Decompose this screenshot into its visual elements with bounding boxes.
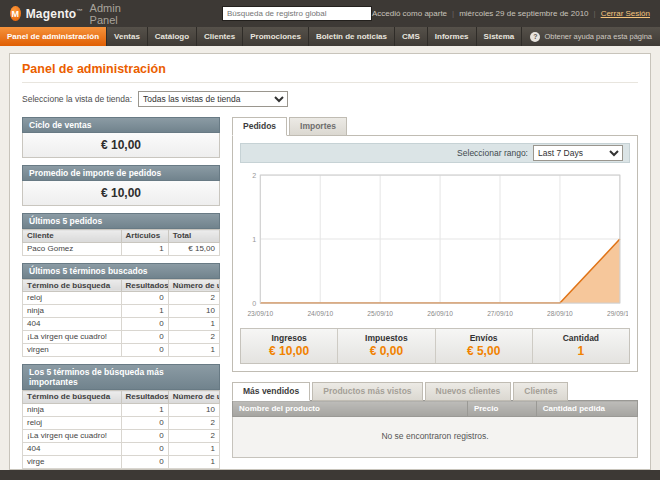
table-cell: 1 — [168, 455, 219, 468]
svg-text:29/09/10: 29/09/10 — [607, 310, 628, 317]
range-strip: Seleccionar rango: Last 7 Days — [240, 143, 630, 163]
global-search-input[interactable] — [222, 6, 372, 21]
table-cell: 0 — [121, 416, 168, 429]
nav-item-informes[interactable]: Informes — [428, 27, 477, 46]
nav-item-boletin-de-noticias[interactable]: Boletín de noticias — [309, 27, 395, 46]
svg-text:25/09/10: 25/09/10 — [367, 310, 393, 317]
svg-text:28/09/10: 28/09/10 — [547, 310, 573, 317]
table-cell: virgen — [23, 344, 122, 357]
nav-item-clientes[interactable]: Clientes — [197, 27, 243, 46]
page-title: Panel de administración — [22, 62, 638, 83]
last-search-terms-table: Término de búsquedaResultadosNúmero de u… — [22, 279, 220, 358]
grid-empty-message: No se encontraron registros. — [232, 417, 638, 458]
nav-item-ventas[interactable]: Ventas — [107, 27, 148, 46]
stat-label: Ingresos — [241, 333, 337, 343]
store-view-switcher: Seleccione la vista de tienda: Todas las… — [22, 91, 638, 107]
column-header: Número de usos — [168, 391, 219, 404]
stat-envios: Envíos€ 5,00 — [435, 329, 532, 363]
table-cell: 0 — [121, 318, 168, 331]
range-label: Seleccionar rango: — [457, 148, 528, 158]
tab-nuevos-clientes[interactable]: Nuevos clientes — [425, 382, 512, 401]
lifetime-sales-value: € 10,00 — [22, 133, 220, 158]
logout-link[interactable]: Cerrar Sesión — [601, 9, 650, 18]
stat-label: Cantidad — [533, 333, 629, 343]
tab-productos-mas-vistos[interactable]: Productos más vistos — [312, 382, 422, 401]
stat-value: € 5,00 — [436, 344, 532, 358]
column-header: Artículos — [121, 230, 168, 243]
card-title: Los 5 términos de búsqueda más important… — [22, 364, 220, 390]
svg-text:27/09/10: 27/09/10 — [487, 310, 513, 317]
table-cell: 1 — [168, 318, 219, 331]
range-select[interactable]: Last 7 Days — [533, 145, 623, 161]
column-header: Término de búsqueda — [23, 279, 122, 292]
average-orders-card: Promedio de importe de pedidos € 10,00 — [22, 165, 220, 206]
dashboard-columns: Ciclo de ventas € 10,00 Promedio de impo… — [22, 117, 638, 470]
table-cell: ninja — [23, 305, 122, 318]
nav-item-sistema[interactable]: Sistema — [477, 27, 523, 46]
average-orders-value: € 10,00 — [22, 181, 220, 206]
tab-clientes[interactable]: Clientes — [513, 382, 568, 401]
table-row: ¡La virgen que cuadro!02 — [23, 331, 220, 344]
store-view-select[interactable]: Todas las vistas de tienda — [138, 91, 288, 107]
stat-value: 1 — [533, 344, 629, 358]
magento-logo-icon: M — [10, 6, 21, 21]
table-row: ninja110 — [23, 305, 220, 318]
column-header: Resultados — [121, 279, 168, 292]
svg-text:24/09/10: 24/09/10 — [307, 310, 333, 317]
table-cell: 2 — [168, 331, 219, 344]
top-search-terms-table: Término de búsquedaResultadosNúmero de u… — [22, 390, 220, 469]
table-row: 40401 — [23, 442, 220, 455]
tab-mas-vendidos[interactable]: Más vendidos — [232, 382, 310, 401]
page-help-link[interactable]: ? Obtener ayuda para esta página — [522, 27, 660, 46]
nav-item-promociones[interactable]: Promociones — [243, 27, 309, 46]
table-cell: ninja — [23, 403, 122, 416]
top-header: M Magento™ Admin Panel Accedió como apar… — [0, 0, 660, 27]
table-cell: reloj — [23, 292, 122, 305]
page-background: Panel de administración Seleccione la vi… — [0, 46, 660, 470]
stat-label: Impuestos — [338, 333, 434, 343]
dashboard-sidebar: Ciclo de ventas € 10,00 Promedio de impo… — [22, 117, 220, 470]
table-row: reloj02 — [23, 292, 220, 305]
table-cell: 0 — [121, 442, 168, 455]
stat-cantidad: Cantidad1 — [532, 329, 629, 363]
card-title: Promedio de importe de pedidos — [22, 165, 220, 181]
table-header-row: Término de búsquedaResultadosNúmero de u… — [23, 391, 220, 404]
table-header-row: ClienteArtículosTotal — [23, 230, 220, 243]
last-orders-table: ClienteArtículosTotal Paco Gomez1€ 15,00 — [22, 229, 220, 256]
nav-item-catalogo[interactable]: Catálogo — [148, 27, 197, 46]
table-row: 40401 — [23, 318, 220, 331]
orders-chart-wrap: 01223/09/1024/09/1025/09/1026/09/1027/09… — [240, 163, 630, 321]
nav-item-panel-de-administracion[interactable]: Panel de administración — [0, 27, 107, 46]
magento-admin-app: M Magento™ Admin Panel Accedió como apar… — [0, 0, 660, 480]
logged-in-as: Accedió como aparte — [372, 9, 447, 18]
table-cell: 10 — [168, 305, 219, 318]
table-cell: 404 — [23, 442, 122, 455]
separator: | — [452, 9, 454, 18]
magento-logo: M Magento™ Admin Panel — [10, 2, 134, 26]
logo-subtitle: Admin Panel — [90, 2, 134, 26]
svg-text:1: 1 — [252, 236, 256, 244]
column-header: Resultados — [121, 391, 168, 404]
lifetime-sales-card: Ciclo de ventas € 10,00 — [22, 117, 220, 158]
stat-ingresos: Ingresos€ 10,00 — [241, 329, 337, 363]
header-session-info: Accedió como aparte | miércoles 29 de se… — [372, 9, 650, 18]
table-cell: 0 — [121, 331, 168, 344]
nav-item-cms[interactable]: CMS — [395, 27, 428, 46]
table-cell: 1 — [168, 344, 219, 357]
separator: | — [594, 9, 596, 18]
table-cell: 0 — [121, 429, 168, 442]
table-cell: virge — [23, 455, 122, 468]
stats-band: Ingresos€ 10,00Impuestos€ 0,00Envíos€ 5,… — [240, 328, 630, 364]
stat-value: € 0,00 — [338, 344, 434, 358]
last-orders-card: Últimos 5 pedidos ClienteArtículosTotal … — [22, 213, 220, 256]
table-row: virgen01 — [23, 344, 220, 357]
table-row: virge01 — [23, 455, 220, 468]
table-cell: ¡La virgen que cuadro! — [23, 429, 122, 442]
table-cell: 2 — [168, 292, 219, 305]
tab-pedidos[interactable]: Pedidos — [232, 117, 287, 136]
tab-importes[interactable]: Importes — [289, 117, 347, 136]
column-header: Precio — [467, 401, 536, 417]
app-footer — [0, 470, 660, 480]
bestsellers-grid: Nombre del productoPrecioCantidad pedida — [232, 400, 638, 417]
logo-text: Magento™ — [26, 7, 83, 21]
